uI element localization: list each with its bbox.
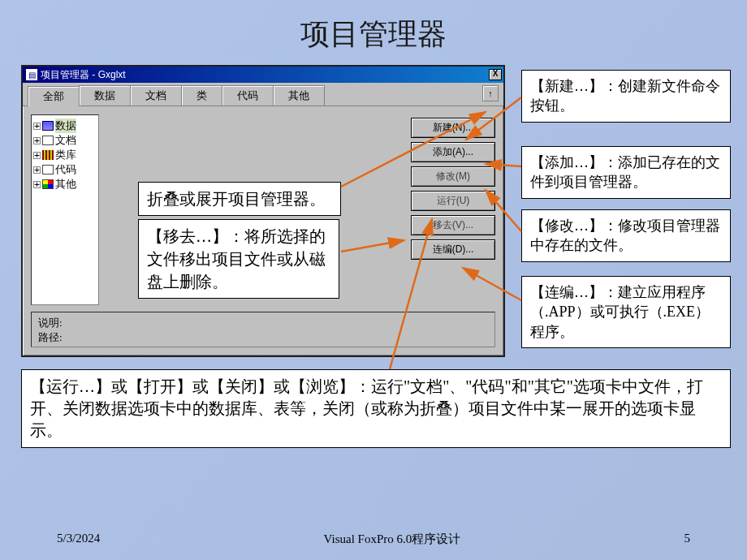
close-icon[interactable]: X	[489, 69, 502, 80]
remove-button[interactable]: 移去(V)...	[411, 215, 495, 235]
collapse-button[interactable]: ↑	[482, 85, 499, 101]
callout-modify: 【修改…】：修改项目管理器中存在的文件。	[521, 209, 731, 262]
tree-item-docs[interactable]: +文档	[33, 133, 97, 148]
tab-class[interactable]: 类	[181, 85, 222, 106]
run-button[interactable]: 运行(U)	[411, 191, 495, 211]
callout-collapse: 折叠或展开项目管理器。	[138, 182, 341, 216]
app-icon: ▤	[26, 69, 37, 80]
callout-build: 【连编…】：建立应用程序（.APP）或可执行（.EXE）程序。	[521, 276, 731, 348]
new-button[interactable]: 新建(N)...	[411, 118, 495, 138]
footer-center: Visual FoxPro 6.0程序设计	[324, 532, 461, 547]
tab-code[interactable]: 代码	[222, 85, 274, 106]
slide-title: 项目管理器	[0, 0, 747, 54]
tree-item-classlib[interactable]: +类库	[33, 148, 97, 162]
status-area: 说明: 路径:	[31, 312, 495, 347]
status-desc-label: 说明:	[38, 316, 488, 330]
tree-item-code[interactable]: +代码	[33, 162, 97, 177]
slide-footer: 5/3/2024 Visual FoxPro 6.0程序设计 5	[0, 532, 747, 547]
tree-item-other[interactable]: +其他	[33, 177, 97, 192]
tab-other[interactable]: 其他	[273, 85, 325, 106]
button-column: 新建(N)... 添加(A)... 修改(M) 运行(U) 移去(V)... 连…	[411, 114, 495, 305]
callout-new: 【新建…】：创建新文件命令按钮。	[521, 70, 731, 123]
callout-run: 【运行…】或【打开】或【关闭】或【浏览】：运行"文档"、"代码"和"其它"选项卡…	[21, 369, 731, 448]
footer-date: 5/3/2024	[57, 532, 100, 547]
titlebar: ▤ 项目管理器 - Gxglxt X	[23, 67, 503, 83]
window-title: 项目管理器 - Gxglxt	[41, 68, 126, 82]
tab-all[interactable]: 全部	[28, 86, 80, 106]
callout-remove: 【移去…】：将所选择的文件移出项目文件或从磁盘上删除。	[138, 219, 339, 299]
tab-data[interactable]: 数据	[79, 85, 131, 106]
modify-button[interactable]: 修改(M)	[411, 166, 495, 187]
callout-add: 【添加…】：添加已存在的文件到项目管理器。	[521, 146, 731, 199]
add-button[interactable]: 添加(A)...	[411, 142, 495, 162]
tab-docs[interactable]: 文档	[130, 85, 182, 106]
footer-page: 5	[684, 532, 690, 547]
build-button[interactable]: 连编(D)...	[411, 239, 495, 260]
tab-strip: 全部 数据 文档 类 代码 其他 ↑	[23, 83, 503, 106]
status-path-label: 路径:	[38, 330, 488, 345]
project-tree[interactable]: +数据 +文档 +类库 +代码 +其他	[31, 114, 99, 305]
tree-item-data[interactable]: +数据	[33, 118, 97, 133]
